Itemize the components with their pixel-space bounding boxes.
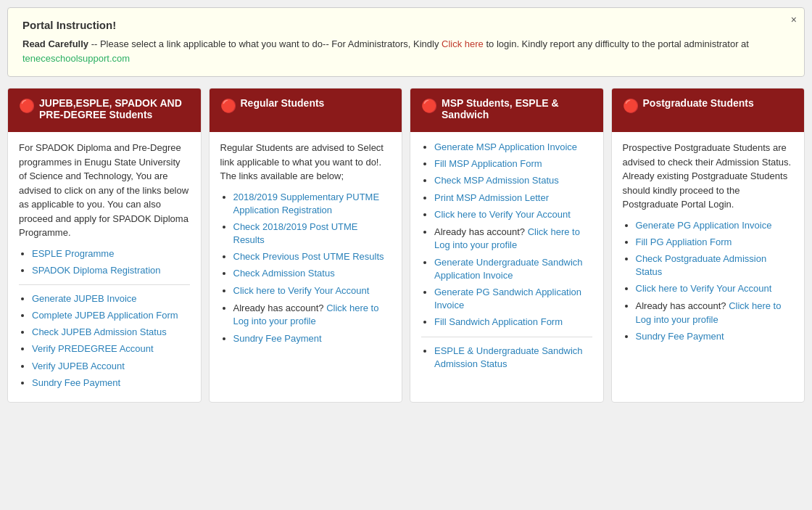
notice-box: × Portal Instruction! Read Carefully -- … [7,7,805,77]
verify-predegree-link[interactable]: Verify PREDEGREE Account [32,343,154,354]
column-regular-title: Regular Students [241,97,325,109]
already-has-account-text: Already has account? [233,303,324,313]
pg-already-account-text: Already has account? [636,300,726,311]
print-msp-letter-link[interactable]: Print MSP Admission Letter [434,192,549,203]
jupeb-body-text: For SPADOK Diploma and Pre-Degree progra… [19,141,190,240]
generate-jupeb-invoice-link[interactable]: Generate JUPEB Invoice [32,293,137,304]
verify-jupeb-account-link[interactable]: Verify JUPEB Account [32,361,125,371]
generate-pg-sandwich-invoice-link[interactable]: Generate PG Sandwich Application Invoice [434,287,581,310]
list-item: Already has account? Click here to Log i… [233,301,392,329]
divider [19,284,190,285]
list-item: Generate JUPEB Invoice [32,292,190,305]
notice-text-middle: to login. Kindly report any difficulty t… [484,38,749,49]
post-utme-results-2018-link[interactable]: Check 2018/2019 Post UTME Results [233,221,358,245]
pg-verify-account-link[interactable]: Click here to Verify Your Account [636,283,772,294]
page-wrapper: × Portal Instruction! Read Carefully -- … [0,0,812,410]
complete-jupeb-form-link[interactable]: Complete JUPEB Application Form [32,310,178,321]
generate-pg-invoice-link[interactable]: Generate PG Application Invoice [636,220,772,231]
generate-ug-sandwich-invoice-link[interactable]: Generate Undergraduate Sandwich Applicat… [434,257,583,281]
jupeb-sundry-fee-link[interactable]: Sundry Fee Payment [32,377,120,388]
notice-text-dash: -- Please select a link applicable to wh… [88,38,442,49]
column-postgraduate-title: Postgraduate Students [643,97,754,109]
regular-sundry-fee-link[interactable]: Sundry Fee Payment [233,333,322,344]
list-item: Click here to Verify Your Account [233,284,392,297]
regular-body-text: Regular Students are advised to Select l… [220,141,392,184]
list-item: Check JUPEB Admission Status [32,326,190,339]
column-msp-header: 🔴 MSP Students, ESPLE & Sandwich [410,89,603,132]
notice-email-link[interactable]: teneceschoolsupport.com [22,53,130,64]
fill-pg-form-link[interactable]: Fill PG Appliation Form [636,237,732,247]
column-msp-body: Generate MSP Application Invoice Fill MS… [410,132,603,383]
regular-links: 2018/2019 Supplementary PUTME Applicatio… [220,191,392,345]
verify-account-link[interactable]: Click here to Verify Your Account [233,285,370,296]
list-item: Generate PG Sandwich Application Invoice [434,286,592,312]
list-item: Verify JUPEB Account [32,360,190,373]
check-admission-status-link[interactable]: Check Admission Status [233,268,335,279]
postgraduate-body-text: Prospective Postgraduate Students are ad… [623,141,794,212]
msp-already-account-text: Already has account? [434,226,525,237]
esple-programme-link[interactable]: ESPLE Programme [32,248,114,259]
list-item: Generate MSP Application Invoice [434,141,592,154]
check-pg-admission-link[interactable]: Check Postgraduate Admission Status [636,253,767,277]
column-postgraduate-header: 🔴 Postgraduate Students [612,89,805,132]
list-item: Already has account? Click here to Log i… [636,299,794,326]
putme-registration-link[interactable]: 2018/2019 Supplementary PUTME Applicatio… [233,192,380,215]
column-regular-body: Regular Students are advised to Select l… [210,132,402,358]
list-item: Sundry Fee Payment [636,330,794,343]
msp-links-group1: Generate MSP Application Invoice Fill MS… [421,141,592,329]
list-item: Check 2018/2019 Post UTME Results [233,221,392,247]
notice-title: Portal Instruction! [22,19,790,31]
jupeb-icon: 🔴 [19,98,35,114]
list-item: Complete JUPEB Application Form [32,309,190,322]
list-item: Check MSP Admission Status [434,174,592,187]
column-regular: 🔴 Regular Students Regular Students are … [209,88,403,403]
jupeb-links-group2: Generate JUPEB Invoice Complete JUPEB Ap… [19,292,190,390]
msp-verify-account-link[interactable]: Click here to Verify Your Account [434,209,571,220]
column-jupeb: 🔴 JUPEB,ESPLE, SPADOK AND PRE-DEGREE Stu… [7,88,202,403]
list-item: Already has account? Click here to Log i… [434,225,592,252]
list-item: ESPLE & Undergraduate Sandwich Admission… [434,345,592,371]
column-msp-title: MSP Students, ESPLE & Sandwich [442,97,592,120]
list-item: Sundry Fee Payment [233,332,392,345]
check-msp-admission-link[interactable]: Check MSP Admission Status [434,175,559,186]
previous-utme-results-link[interactable]: Check Previous Post UTME Results [233,251,384,262]
list-item: Fill PG Appliation Form [636,236,794,249]
list-item: Fill Sandwich Application Form [434,316,592,329]
pg-sundry-fee-link[interactable]: Sundry Fee Payment [636,331,724,342]
fill-sandwich-form-link[interactable]: Fill Sandwich Application Form [434,316,563,327]
list-item: Click here to Verify Your Account [636,282,794,295]
msp-links-group3: ESPLE & Undergraduate Sandwich Admission… [421,345,592,371]
column-postgraduate: 🔴 Postgraduate Students Prospective Post… [611,88,805,403]
msp-divider [421,337,592,337]
list-item: SPADOK Diploma Registration [32,264,190,277]
close-button[interactable]: × [791,14,797,25]
postgraduate-icon: 🔴 [623,98,639,114]
column-msp: 🔴 MSP Students, ESPLE & Sandwich Generat… [410,88,604,403]
list-item: Sundry Fee Payment [32,377,190,390]
esple-sandwich-admission-link[interactable]: ESPLE & Undergraduate Sandwich Admission… [434,345,583,369]
list-item: Print MSP Admission Letter [434,192,592,205]
list-item: Generate Undergraduate Sandwich Applicat… [434,256,592,282]
column-jupeb-body: For SPADOK Diploma and Pre-Degree progra… [8,132,201,402]
list-item: Check Postgraduate Admission Status [636,252,794,279]
list-item: Fill MSP Application Form [434,157,592,170]
notice-text: Read Carefully -- Please select a link a… [22,37,790,65]
spadok-diploma-link[interactable]: SPADOK Diploma Registration [32,265,161,276]
check-jupeb-admission-link[interactable]: Check JUPEB Admission Status [32,326,167,337]
column-jupeb-title: JUPEB,ESPLE, SPADOK AND PRE-DEGREE Stude… [39,97,190,120]
list-item: Check Previous Post UTME Results [233,250,392,263]
list-item: 2018/2019 Supplementary PUTME Applicatio… [233,191,392,217]
list-item: Verify PREDEGREE Account [32,342,190,355]
column-regular-header: 🔴 Regular Students [210,89,402,132]
notice-read-carefully: Read Carefully [22,38,88,49]
jupeb-links-group1: ESPLE Programme SPADOK Diploma Registrat… [19,247,190,277]
column-jupeb-header: 🔴 JUPEB,ESPLE, SPADOK AND PRE-DEGREE Stu… [8,89,201,132]
list-item: Click here to Verify Your Account [434,208,592,221]
notice-click-here-link[interactable]: Click here [442,38,484,49]
generate-msp-invoice-link[interactable]: Generate MSP Application Invoice [434,141,577,152]
msp-icon: 🔴 [421,98,437,114]
fill-msp-form-link[interactable]: Fill MSP Application Form [434,158,542,169]
list-item: ESPLE Programme [32,247,190,260]
list-item: Check Admission Status [233,267,392,280]
columns-container: 🔴 JUPEB,ESPLE, SPADOK AND PRE-DEGREE Stu… [7,88,805,403]
